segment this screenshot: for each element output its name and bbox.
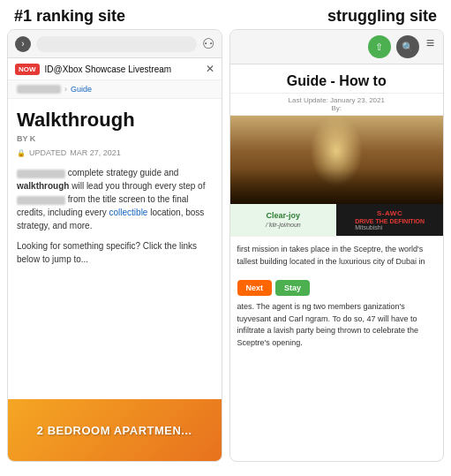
right-meta: Last Update: January 23, 2021 By: [230, 94, 444, 116]
left-content: Walkthrough BY K 🔒 UPDATED MAR 27, 2021 … [8, 99, 222, 399]
walkthrough-bold: walkthrough [17, 181, 69, 191]
ads-row: Clear-joy /ˈklir-joi/noun S-AWC DRIVE TH… [230, 204, 444, 237]
updated-label: UPDATED [29, 148, 66, 157]
next-button[interactable]: Next [237, 280, 273, 296]
collectible-link[interactable]: collectible [109, 208, 148, 217]
right-long-text: ates. The agent is ng two members ganiza… [230, 301, 444, 356]
notification-bar: NOW ID@Xbox Showcase Livestream ✕ [8, 58, 222, 80]
hero-overlay [230, 169, 444, 204]
right-column-label: struggling site [327, 7, 437, 26]
browser-back-icon[interactable]: › [15, 36, 31, 52]
right-body-text: first mission in takes place in the Scep… [230, 237, 444, 275]
search-icon: 🔍 [402, 42, 414, 53]
ad-left-sub-text: /ˈklir-joi/noun [266, 222, 301, 229]
menu-button[interactable]: ≡ [425, 35, 436, 58]
ad-right-sub-text: DRIVE THE DEFINITION [355, 218, 425, 224]
breadcrumb-text: Guide [71, 85, 92, 94]
left-panel: › ⚇ NOW ID@Xbox Showcase Livestream ✕ › … [7, 29, 222, 462]
right-guide-title: Guide - How to [230, 64, 444, 94]
ad-sponsor-text: Mitsubishi [355, 224, 425, 230]
content-paragraph-2: Looking for something specific? Click th… [17, 239, 213, 266]
share-button[interactable]: ⇧ [368, 35, 391, 58]
content-text-1: complete strategy guide and [68, 168, 179, 178]
user-icon: ⚇ [202, 35, 214, 52]
walkthrough-title: Walkthrough [17, 110, 213, 131]
action-buttons-row: Next Stay [237, 280, 437, 296]
bottom-advertisement: 2 BEDROOM APARTMEN... [8, 399, 222, 461]
update-line: 🔒 UPDATED MAR 27, 2021 [17, 148, 213, 157]
now-badge: NOW [15, 64, 40, 75]
right-advertisement[interactable]: S-AWC DRIVE THE DEFINITION Mitsubishi [336, 204, 443, 236]
ad-right-main-text: S-AWC [355, 209, 425, 218]
right-hero-image [230, 116, 444, 204]
right-browser-icons: ⇧ 🔍 ≡ [368, 35, 436, 58]
search-button[interactable]: 🔍 [396, 35, 419, 58]
breadcrumb-separator: › [64, 85, 67, 94]
right-panel: ⇧ 🔍 ≡ Guide - How to Last Update: Januar… [229, 29, 445, 462]
left-advertisement[interactable]: Clear-joy /ˈklir-joi/noun [230, 204, 337, 236]
lock-icon: 🔒 [17, 149, 26, 157]
right-content-1: first mission in [237, 245, 288, 253]
breadcrumb-blur [17, 85, 61, 94]
last-update-label: Last Update: January 23, 2021 [289, 96, 385, 104]
notification-text: ID@Xbox Showcase Livestream [45, 64, 200, 74]
stay-button[interactable]: Stay [275, 280, 310, 296]
ad-left-main-text: Clear-joy [266, 211, 301, 222]
breadcrumb-bar: › Guide [8, 80, 222, 99]
author-line: BY K [17, 134, 213, 143]
ad-text: 2 BEDROOM APARTMEN... [37, 424, 192, 437]
content-paragraph-1: complete strategy guide and walkthrough … [17, 166, 213, 232]
content-text-2: will lead you through every step of [71, 181, 205, 191]
left-column-label: #1 ranking site [14, 7, 125, 26]
updated-date: MAR 27, 2021 [70, 148, 121, 157]
share-icon: ⇧ [375, 42, 383, 53]
author-by: By: [331, 104, 342, 112]
notification-close[interactable]: ✕ [206, 63, 214, 75]
blurred-text-1 [17, 170, 65, 178]
url-bar[interactable] [36, 36, 197, 52]
right-browser-bar: ⇧ 🔍 ≡ [230, 30, 444, 64]
blurred-text-2 [17, 196, 65, 205]
left-browser-bar: › ⚇ [8, 30, 222, 58]
